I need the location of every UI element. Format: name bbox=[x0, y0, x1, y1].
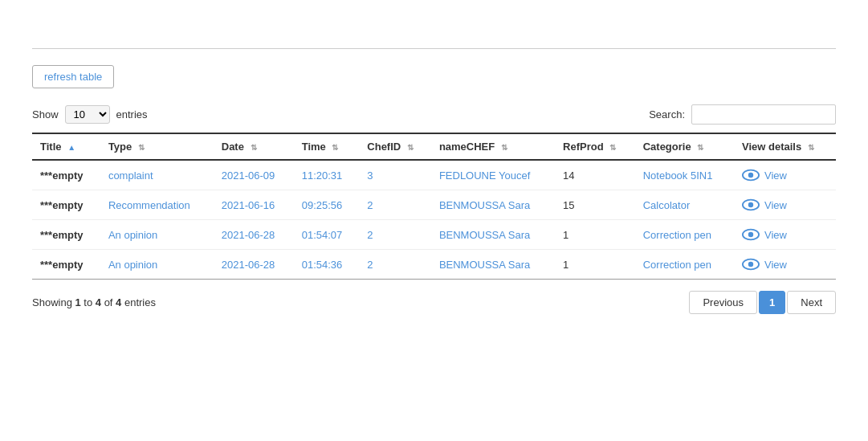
table-cell: 3 bbox=[359, 160, 431, 190]
search-box: Search: bbox=[649, 104, 836, 125]
total-entries: 4 bbox=[116, 296, 121, 308]
sort-icon-viewdetails[interactable]: ⇅ bbox=[808, 143, 814, 152]
col-categorie: Categorie ⇅ bbox=[635, 133, 734, 160]
col-refprod: RefProd ⇅ bbox=[555, 133, 635, 160]
entries-select[interactable]: 10 25 50 100 bbox=[65, 105, 110, 124]
range-start: 1 bbox=[75, 296, 80, 308]
table-row: ***emptyAn opinion2021-06-2801:54:362BEN… bbox=[32, 250, 836, 280]
table-cell: ***empty bbox=[32, 190, 100, 220]
view-label: View bbox=[764, 169, 787, 182]
table-cell: 14 bbox=[555, 160, 635, 190]
view-details-cell[interactable]: View bbox=[734, 160, 836, 190]
view-label: View bbox=[764, 199, 787, 211]
table-body: ***emptycomplaint2021-06-0911:20:313FEDL… bbox=[32, 160, 836, 280]
sort-icon-time[interactable]: ⇅ bbox=[332, 143, 338, 152]
table-cell: An opinion bbox=[100, 250, 214, 280]
table-cell: BENMOUSSA Sara bbox=[431, 250, 555, 280]
table-cell: 2021-06-09 bbox=[214, 160, 294, 190]
top-divider bbox=[32, 48, 836, 49]
table-cell: 15 bbox=[555, 190, 635, 220]
table-cell: 2 bbox=[359, 250, 431, 280]
table-cell: Calcolator bbox=[635, 190, 734, 220]
sort-icon-namechef[interactable]: ⇅ bbox=[501, 143, 507, 152]
table-cell: 2 bbox=[359, 190, 431, 220]
table-cell: 2021-06-28 bbox=[214, 250, 294, 280]
svg-point-1 bbox=[748, 173, 753, 178]
next-button[interactable]: Next bbox=[787, 291, 836, 314]
table-cell: 2021-06-28 bbox=[214, 220, 294, 250]
table-cell: ***empty bbox=[32, 160, 100, 190]
col-chefid: ChefID ⇅ bbox=[359, 133, 431, 160]
table-controls: Show 10 25 50 100 entries Search: bbox=[32, 104, 836, 125]
table-row: ***emptyAn opinion2021-06-2801:54:072BEN… bbox=[32, 220, 836, 250]
table-cell: 11:20:31 bbox=[294, 160, 360, 190]
view-link[interactable]: View bbox=[742, 198, 828, 211]
table-footer: Showing 1 to 4 of 4 entries Previous 1 N… bbox=[32, 291, 836, 314]
view-details-cell[interactable]: View bbox=[734, 190, 836, 220]
sort-icon-type[interactable]: ⇅ bbox=[138, 143, 145, 152]
refresh-table-button[interactable]: refresh table bbox=[32, 65, 114, 88]
table-header-row: Title ▲ Type ⇅ Date ⇅ Time ⇅ bbox=[32, 133, 836, 160]
table-cell: An opinion bbox=[100, 220, 214, 250]
eye-icon bbox=[742, 198, 760, 211]
view-label: View bbox=[764, 229, 787, 241]
table-cell: Recommendation bbox=[100, 190, 214, 220]
show-label: Show bbox=[32, 108, 59, 120]
col-namechef: nameCHEF ⇅ bbox=[431, 133, 555, 160]
search-label: Search: bbox=[649, 108, 685, 120]
view-link[interactable]: View bbox=[742, 228, 828, 241]
svg-point-5 bbox=[748, 232, 753, 237]
eye-icon bbox=[742, 258, 760, 271]
table-cell: 1 bbox=[555, 220, 635, 250]
col-date: Date ⇅ bbox=[214, 133, 294, 160]
eye-icon bbox=[742, 228, 760, 241]
table-cell: 01:54:36 bbox=[294, 250, 360, 280]
view-details-cell[interactable]: View bbox=[734, 220, 836, 250]
data-table: Title ▲ Type ⇅ Date ⇅ Time ⇅ bbox=[32, 133, 836, 280]
eye-icon bbox=[742, 169, 760, 182]
table-cell: Correction pen bbox=[635, 220, 734, 250]
pagination: Previous 1 Next bbox=[689, 291, 836, 314]
entries-label: entries bbox=[116, 108, 148, 120]
show-entries-control: Show 10 25 50 100 entries bbox=[32, 105, 148, 124]
table-cell: 09:25:56 bbox=[294, 190, 360, 220]
sort-icon-categorie[interactable]: ⇅ bbox=[697, 143, 703, 152]
table-cell: 1 bbox=[555, 250, 635, 280]
svg-point-3 bbox=[748, 202, 753, 207]
table-cell: 2021-06-16 bbox=[214, 190, 294, 220]
sort-icon-date[interactable]: ⇅ bbox=[251, 143, 257, 152]
previous-button[interactable]: Previous bbox=[689, 291, 757, 314]
table-cell: BENMOUSSA Sara bbox=[431, 190, 555, 220]
view-link[interactable]: View bbox=[742, 169, 828, 182]
col-type: Type ⇅ bbox=[100, 133, 214, 160]
table-cell: Correction pen bbox=[635, 250, 734, 280]
showing-text: Showing 1 to 4 of 4 entries bbox=[32, 296, 156, 308]
search-input[interactable] bbox=[691, 104, 836, 125]
table-row: ***emptyRecommendation2021-06-1609:25:56… bbox=[32, 190, 836, 220]
view-details-cell[interactable]: View bbox=[734, 250, 836, 280]
view-link[interactable]: View bbox=[742, 258, 828, 271]
sort-icon-refprod[interactable]: ⇅ bbox=[609, 143, 616, 152]
table-cell: BENMOUSSA Sara bbox=[431, 220, 555, 250]
table-cell: FEDLOUNE Youcef bbox=[431, 160, 555, 190]
table-cell: Notebook 5IN1 bbox=[635, 160, 734, 190]
col-title: Title ▲ bbox=[32, 133, 100, 160]
table-cell: ***empty bbox=[32, 250, 100, 280]
table-cell: 01:54:07 bbox=[294, 220, 360, 250]
col-viewdetails: View details ⇅ bbox=[734, 133, 836, 160]
range-end: 4 bbox=[96, 296, 101, 308]
table-cell: ***empty bbox=[32, 220, 100, 250]
col-time: Time ⇅ bbox=[294, 133, 360, 160]
svg-point-7 bbox=[748, 262, 753, 267]
current-page: 1 bbox=[759, 291, 785, 314]
table-cell: complaint bbox=[100, 160, 214, 190]
table-cell: 2 bbox=[359, 220, 431, 250]
table-row: ***emptycomplaint2021-06-0911:20:313FEDL… bbox=[32, 160, 836, 190]
view-label: View bbox=[764, 259, 787, 271]
sort-icon-title[interactable]: ▲ bbox=[67, 143, 75, 152]
sort-icon-chefid[interactable]: ⇅ bbox=[407, 143, 414, 152]
